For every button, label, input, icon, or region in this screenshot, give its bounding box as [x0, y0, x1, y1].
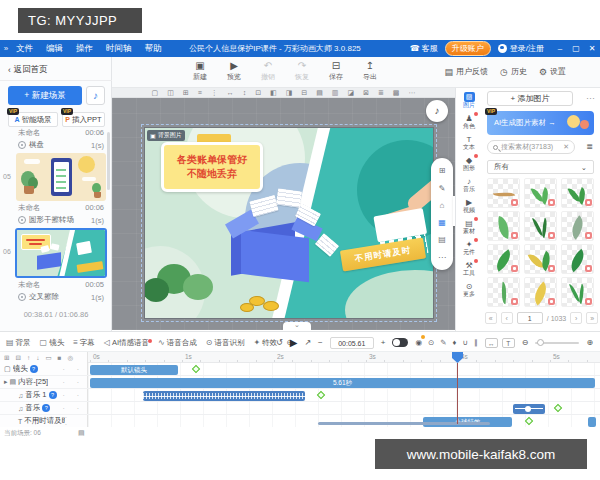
- asr-tool[interactable]: ⊙语音识别: [206, 338, 245, 348]
- grid-toggle-icon[interactable]: ▦: [438, 218, 446, 227]
- brush-icon[interactable]: ✎: [439, 184, 446, 193]
- timeline-hscrollbar[interactable]: [318, 422, 490, 425]
- camera-track-row[interactable]: 默认镜头: [88, 363, 600, 376]
- cat-material[interactable]: ▤素材: [456, 216, 482, 237]
- cat-text[interactable]: T文本: [456, 132, 482, 153]
- canvas-collapse-tab[interactable]: ⌄: [283, 322, 311, 330]
- flip-icon[interactable]: ◪: [347, 89, 354, 97]
- track-camera[interactable]: ▢镜头?· ·: [0, 363, 88, 376]
- content-clip[interactable]: 5.61秒: [90, 378, 595, 388]
- sticker-item[interactable]: [524, 277, 557, 307]
- align-h-icon[interactable]: ↔: [227, 89, 234, 96]
- timeline-toggle[interactable]: [392, 338, 408, 347]
- cat-tool[interactable]: ⚒工具: [456, 258, 482, 279]
- align-v-icon[interactable]: ↕: [243, 89, 247, 96]
- minimize-button[interactable]: –: [555, 44, 565, 53]
- page-number-input[interactable]: 1: [517, 312, 543, 324]
- sticker-item[interactable]: [561, 211, 594, 241]
- mic-icon[interactable]: ♦: [453, 338, 457, 347]
- play-button[interactable]: ▶: [290, 337, 298, 348]
- lock-icon[interactable]: ■: [58, 354, 62, 361]
- magnet-icon[interactable]: ∪: [462, 338, 468, 347]
- more-icon[interactable]: ⋯: [438, 253, 446, 262]
- fx-tool[interactable]: ✦特效: [253, 338, 277, 348]
- settings-button[interactable]: ⚙设置: [539, 66, 566, 77]
- layers-icon[interactable]: ≡: [198, 89, 202, 96]
- move-down-icon[interactable]: ↓: [36, 354, 39, 361]
- tts-tool[interactable]: ∿语音合成: [158, 338, 197, 348]
- help-icon[interactable]: ?: [30, 365, 38, 373]
- background-tool[interactable]: ▤背景: [6, 338, 31, 348]
- menu-edit[interactable]: 编辑: [46, 43, 63, 55]
- align-right-icon[interactable]: ◨: [286, 89, 293, 97]
- feedback-button[interactable]: ▤用户反馈: [445, 66, 489, 77]
- next-page-button[interactable]: ›: [570, 312, 582, 324]
- sticker-item[interactable]: [524, 178, 557, 208]
- upgrade-account-button[interactable]: 升级账户: [445, 41, 491, 56]
- redo-button[interactable]: ↷恢复: [292, 60, 312, 82]
- help-icon[interactable]: ?: [42, 404, 50, 412]
- track-options[interactable]: · ·: [62, 366, 84, 373]
- sticker-item[interactable]: [487, 244, 520, 274]
- maximize-button[interactable]: ▢: [571, 44, 581, 53]
- track-options[interactable]: · ·: [62, 405, 84, 412]
- text-scale-icon[interactable]: T: [502, 338, 515, 348]
- center-icon[interactable]: ⊡: [255, 89, 261, 97]
- fullscreen-icon[interactable]: ⊞: [439, 166, 446, 175]
- visibility-icon[interactable]: ◎: [68, 354, 74, 362]
- layout-icon[interactable]: ▤: [438, 235, 446, 244]
- clear-search-icon[interactable]: ✕: [563, 143, 569, 151]
- grid-icon[interactable]: ⊞: [183, 89, 189, 97]
- zoom-in-icon[interactable]: ⊕: [586, 338, 593, 347]
- audio-waveform-clip[interactable]: [143, 391, 305, 401]
- crop-icon[interactable]: ◫: [167, 89, 174, 97]
- music2-track-row[interactable]: [88, 402, 600, 415]
- edit-icon[interactable]: ✎: [440, 338, 446, 347]
- preview-button[interactable]: ▶预览: [224, 60, 244, 82]
- sticker-item[interactable]: [487, 211, 520, 241]
- track-options[interactable]: · ·: [65, 414, 84, 428]
- folder-icon[interactable]: ⊟: [15, 354, 20, 362]
- scene-time-display[interactable]: 00:05.61: [330, 337, 374, 349]
- sticker-item[interactable]: [561, 277, 594, 307]
- subtitle-tool[interactable]: ≡字幕: [73, 338, 95, 348]
- more-v-icon[interactable]: ⋮: [211, 89, 218, 97]
- content-track-row[interactable]: 5.61秒: [88, 376, 600, 389]
- menu-help[interactable]: 帮助: [145, 43, 162, 55]
- zoom-out-icon[interactable]: ⊖: [522, 338, 529, 347]
- timeline-ruler[interactable]: 0s1s2s3s4s5s: [88, 352, 600, 363]
- cat-image[interactable]: ▨图片: [456, 90, 482, 111]
- history-button[interactable]: ◷历史: [500, 66, 527, 77]
- scene-music-button[interactable]: ♪: [86, 86, 105, 105]
- cat-music[interactable]: ♪音乐: [456, 174, 482, 195]
- time-plus-button[interactable]: +: [381, 338, 386, 347]
- sticker-item[interactable]: [487, 277, 520, 307]
- ai-image-banner[interactable]: VIP AI生成图片素材 →: [487, 111, 594, 135]
- menu-file[interactable]: 文件: [16, 43, 33, 55]
- ai-voice-tool[interactable]: ◁AI情感语音: [104, 338, 149, 348]
- cat-element[interactable]: ✦元件: [456, 237, 482, 258]
- asset-search-input[interactable]: 搜索素材(37183) ✕: [487, 140, 575, 154]
- camera-tool[interactable]: ▢镜头: [40, 338, 65, 348]
- sidebar-scrollbar[interactable]: [107, 132, 110, 190]
- last-page-button[interactable]: »: [586, 312, 598, 324]
- close-button[interactable]: ✕: [587, 44, 597, 53]
- expander-icon[interactable]: ▸: [4, 378, 8, 386]
- customer-service-button[interactable]: ☎客服: [410, 43, 438, 54]
- help-icon[interactable]: ?: [49, 391, 57, 399]
- list-icon[interactable]: ≣: [378, 89, 384, 97]
- filter-button[interactable]: ≣: [583, 141, 596, 153]
- track-options[interactable]: · ·: [62, 379, 84, 386]
- slide-canvas[interactable]: 各类账单保管好不随地丢弃 不用时请及时 ▣ 背景图片: [145, 128, 433, 318]
- sign-text-element[interactable]: 各类账单保管好不随地丢弃: [161, 142, 263, 192]
- transition-row[interactable]: 圆形干擦转场1(s): [18, 215, 104, 225]
- keyframe-diamond[interactable]: [192, 365, 200, 373]
- distribute-icon[interactable]: ⊟: [301, 89, 307, 97]
- undo-button[interactable]: ↶撤销: [258, 60, 278, 82]
- pattern-icon[interactable]: ▩: [393, 89, 400, 97]
- panel-more-button[interactable]: ···: [586, 93, 595, 103]
- lock-icon[interactable]: ⌂: [440, 201, 445, 210]
- fit-icon[interactable]: ↗: [304, 338, 311, 347]
- add-folder-icon[interactable]: ⊞: [4, 354, 9, 362]
- first-page-button[interactable]: «: [485, 312, 497, 324]
